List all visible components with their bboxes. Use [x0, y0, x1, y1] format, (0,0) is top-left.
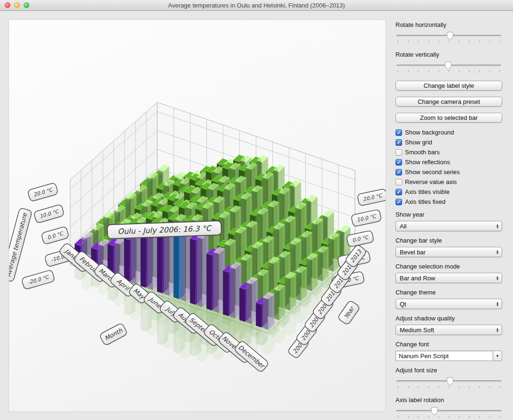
adjust-font-size-slider[interactable]	[396, 377, 501, 389]
smooth-bars-checkbox[interactable]	[395, 149, 402, 156]
change-theme-select-label: Change theme	[395, 289, 502, 296]
bar-second-series[interactable]	[263, 292, 274, 330]
axis-titles-visible-checkbox-label: Axis titles visible	[405, 188, 450, 195]
bar-second-series[interactable]	[274, 284, 285, 320]
slider-ticks	[398, 386, 500, 388]
axis-title-year: Year	[337, 300, 361, 326]
window-content: 20.0 °C10.0 °C0.0 °C-10.0 °C-20.0 °C20.0…	[0, 11, 513, 420]
adjust-font-size-slider-label: Adjust font size	[395, 367, 502, 374]
change-font-combobox-label: Change font	[395, 341, 502, 348]
3d-bar-chart[interactable]: 20.0 °C10.0 °C0.0 °C-10.0 °C-20.0 °C20.0…	[9, 20, 386, 412]
axis-label-rotation-slider[interactable]	[396, 406, 501, 419]
axis-title-month: Month	[99, 323, 128, 346]
control-panel: Rotate horizontallyRotate verticallyChan…	[395, 19, 502, 420]
show-grid-checkbox-label: Show grid	[405, 139, 432, 146]
zoom-window-button[interactable]	[24, 2, 29, 8]
value-axis-tick-label: 0.0 °C	[41, 226, 69, 244]
window-title: Average temperatures in Oulu and Helsink…	[168, 2, 345, 9]
change-selection-mode-select-value: Bar and Row	[400, 275, 493, 282]
show-second-series-checkbox-row: ✓Show second series	[395, 168, 502, 176]
change-theme-select-value: Qt	[400, 301, 493, 308]
slider-track	[396, 410, 501, 412]
reverse-value-axis-checkbox-row: Reverse value axis	[395, 178, 502, 185]
reverse-value-axis-checkbox[interactable]	[395, 179, 402, 185]
axis-titles-visible-checkbox[interactable]: ✓	[395, 189, 402, 195]
bar-second-series[interactable]	[328, 233, 339, 272]
app-window: Average temperatures in Oulu and Helsink…	[0, 0, 513, 420]
change-bar-style-select[interactable]: Bevel bar▴▾	[395, 247, 502, 257]
show-background-checkbox-label: Show background	[405, 129, 454, 136]
rotate-vertically-slider-label: Rotate vertically	[395, 51, 502, 58]
change-selection-mode-select-label: Change selection mode	[395, 263, 502, 270]
adjust-shadow-quality-select[interactable]: Medium Soft▴▾	[395, 325, 502, 335]
rotate-horizontally-slider[interactable]	[396, 31, 501, 43]
slider-ticks	[398, 41, 500, 42]
slider-handle[interactable]	[446, 32, 454, 41]
axis-titles-fixed-checkbox-label: Axis titles fixed	[405, 198, 446, 205]
value-axis-tick-label: -20.0 °C	[21, 269, 55, 289]
show-grid-checkbox-row: ✓Show grid	[395, 139, 502, 146]
bar-second-series[interactable]	[285, 272, 296, 311]
updown-arrows-icon: ▴▾	[493, 302, 502, 306]
bar-second-series[interactable]	[317, 245, 328, 281]
rotate-horizontally-slider-label: Rotate horizontally	[395, 21, 502, 28]
title-bar[interactable]: Average temperatures in Oulu and Helsink…	[0, 0, 513, 11]
value-axis-tick-label: 20.0 °C	[357, 189, 386, 206]
zoom-to-selected-bar-button[interactable]: Zoom to selected bar	[395, 113, 502, 123]
axis-title-value: Average temperature	[9, 208, 32, 282]
close-window-button[interactable]	[5, 2, 10, 8]
rotate-vertically-slider[interactable]	[396, 61, 501, 73]
show-year-select-label: Show year	[395, 211, 502, 218]
updown-arrows-icon: ▴▾	[493, 250, 502, 254]
show-reflections-checkbox[interactable]: ✓	[395, 159, 402, 166]
updown-arrows-icon: ▴▾	[493, 276, 502, 280]
change-bar-style-select-label: Change bar style	[395, 237, 502, 244]
show-reflections-checkbox-row: ✓Show reflections	[395, 159, 502, 166]
show-year-select[interactable]: All▴▾	[395, 221, 502, 231]
updown-arrows-icon: ▴▾	[493, 328, 502, 332]
bar-second-series[interactable]	[295, 266, 307, 301]
value-axis-tick-label: 10.0 °C	[351, 209, 382, 227]
adjust-shadow-quality-select-label: Adjust shadow quality	[395, 315, 502, 322]
slider-ticks	[398, 416, 500, 418]
change-font-combobox[interactable]: Nanum Pen Script▾	[395, 351, 502, 361]
smooth-bars-checkbox-label: Smooth bars	[405, 149, 440, 156]
change-camera-preset-button[interactable]: Change camera preset	[395, 97, 502, 107]
axis-titles-visible-checkbox-row: ✓Axis titles visible	[395, 188, 502, 195]
traffic-lights	[5, 2, 29, 8]
axis-titles-fixed-checkbox-row: ✓Axis titles fixed	[395, 198, 502, 205]
adjust-shadow-quality-select-value: Medium Soft	[400, 327, 493, 334]
slider-handle[interactable]	[431, 407, 438, 416]
show-second-series-checkbox[interactable]: ✓	[395, 169, 402, 176]
axis-label-rotation-slider-label: Axis label rotation	[395, 396, 502, 403]
change-bar-style-select-value: Bevel bar	[400, 249, 493, 256]
show-reflections-checkbox-label: Show reflections	[405, 159, 450, 166]
show-year-select-value: All	[400, 223, 493, 230]
show-second-series-checkbox-label: Show second series	[405, 168, 460, 176]
slider-ticks	[398, 70, 500, 72]
change-font-combobox-value: Nanum Pen Script	[395, 351, 493, 361]
bar-second-series[interactable]	[306, 253, 318, 291]
reverse-value-axis-checkbox-label: Reverse value axis	[405, 178, 457, 185]
show-background-checkbox-row: ✓Show background	[395, 129, 502, 136]
value-axis-tick-label: 10.0 °C	[34, 204, 64, 224]
chart-canvas[interactable]: 20.0 °C10.0 °C0.0 °C-10.0 °C-20.0 °C20.0…	[8, 19, 386, 412]
dropdown-arrow-icon[interactable]: ▾	[493, 351, 502, 361]
smooth-bars-checkbox-row: Smooth bars	[395, 149, 502, 156]
show-grid-checkbox[interactable]: ✓	[395, 139, 402, 146]
axis-titles-fixed-checkbox[interactable]: ✓	[395, 199, 402, 205]
change-label-style-button[interactable]: Change label style	[395, 81, 502, 91]
slider-handle[interactable]	[446, 377, 454, 386]
value-axis-tick-label: 20.0 °C	[27, 183, 58, 202]
updown-arrows-icon: ▴▾	[493, 224, 502, 228]
minimize-window-button[interactable]	[14, 2, 20, 8]
slider-handle[interactable]	[445, 61, 452, 70]
change-theme-select[interactable]: Qt▴▾	[395, 299, 502, 309]
change-selection-mode-select[interactable]: Bar and Row▴▾	[395, 273, 502, 283]
show-background-checkbox[interactable]: ✓	[395, 129, 402, 136]
